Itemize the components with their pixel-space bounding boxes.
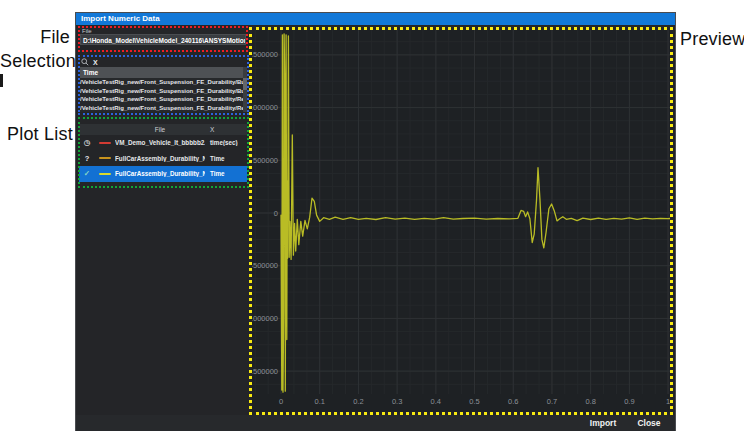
table-row[interactable]: ? FullCarAssembly_Durability_Nod... Time (79, 151, 247, 167)
signal-list-item[interactable]: /VehicleTestRig_new/Front_Suspension_FE_… (80, 78, 247, 87)
signal-list-selected-item[interactable]: Time (80, 67, 247, 78)
search-icon (81, 58, 89, 66)
svg-text:0.9: 0.9 (624, 397, 634, 406)
svg-text:0.8: 0.8 (585, 397, 595, 406)
close-button[interactable]: Close (631, 415, 667, 431)
signal-list-scrollbar[interactable] (243, 67, 247, 112)
pending-clock-icon: ◷ (84, 138, 91, 147)
svg-text:0.6: 0.6 (508, 397, 518, 406)
svg-text:-500000: -500000 (252, 261, 278, 270)
row-file-name: FullCarAssembly_Durability_Nod... (115, 170, 205, 177)
check-icon: ✓ (84, 169, 90, 178)
plot-table-header: File X (79, 124, 247, 135)
dialog-title: Import Numeric Data (81, 14, 160, 23)
svg-text:500000: 500000 (253, 156, 278, 165)
signal-list-item[interactable]: /VehicleTestRig_new/Front_Suspension_FE_… (80, 104, 247, 113)
annotation-callout-mark (0, 74, 3, 87)
row-x-channel: Time (205, 155, 247, 162)
table-row[interactable]: ✓ FullCarAssembly_Durability_Nod... Time (79, 166, 247, 182)
question-icon: ? (85, 154, 90, 163)
search-input[interactable]: X (93, 59, 98, 66)
dialog-titlebar[interactable]: Import Numeric Data (76, 13, 675, 25)
svg-text:0.2: 0.2 (353, 397, 363, 406)
annotation-plot-list: Plot List (7, 124, 73, 145)
row-x-channel: Time (205, 170, 247, 177)
screenshot-stage: File Selection Plot List Preview Import … (0, 0, 744, 448)
file-path-input[interactable]: D:\Honda_Model\VehicleModel_240116\ANSYS… (80, 34, 246, 45)
annotation-file-selection-line2: Selection (0, 51, 75, 72)
scrollbar-thumb[interactable] (243, 78, 247, 90)
file-column-header: File (115, 124, 205, 135)
series-color-swatch (99, 173, 111, 175)
import-numeric-data-dialog: Import Numeric Data File D:\Honda_Model\… (75, 12, 676, 431)
preview-chart-area[interactable]: 150000010000005000000-500000-1000000-150… (252, 30, 670, 412)
import-button[interactable]: Import (583, 415, 623, 431)
signal-list-item[interactable]: /VehicleTestRig_new/Front_Suspension_FE_… (80, 95, 247, 104)
svg-text:0.5: 0.5 (469, 397, 479, 406)
plot-list-table: File X ◷ VM_Demo_Vehicle_lt_bbbbb2.csv t… (79, 124, 247, 182)
signal-list: Time /VehicleTestRig_new/Front_Suspensio… (80, 67, 247, 112)
series-color-swatch (99, 142, 111, 144)
signal-search-row[interactable]: X (81, 57, 245, 67)
row-x-channel: time(sec) (205, 139, 247, 146)
svg-text:-1500000: -1500000 (252, 367, 278, 376)
swatch-column-header (95, 124, 115, 135)
dialog-button-bar: Import Close (76, 415, 675, 431)
x-column-header: X (205, 124, 247, 135)
svg-text:1500000: 1500000 (252, 50, 278, 59)
status-column-header (79, 124, 95, 135)
svg-text:0.7: 0.7 (547, 397, 557, 406)
svg-text:0.4: 0.4 (431, 397, 441, 406)
series-color-swatch (99, 157, 111, 159)
table-row[interactable]: ◷ VM_Demo_Vehicle_lt_bbbbb2.csv time(sec… (79, 135, 247, 151)
svg-text:0: 0 (274, 209, 278, 218)
svg-text:1000000: 1000000 (252, 103, 278, 112)
svg-text:-1000000: -1000000 (252, 314, 278, 323)
row-file-name: FullCarAssembly_Durability_Nod... (115, 155, 205, 162)
row-file-name: VM_Demo_Vehicle_lt_bbbbb2.csv (115, 139, 205, 146)
svg-text:1: 1 (666, 397, 670, 406)
svg-text:0.1: 0.1 (315, 397, 325, 406)
svg-text:0: 0 (279, 397, 283, 406)
annotation-file-selection-line1: File (0, 27, 70, 48)
signal-list-item[interactable]: /VehicleTestRig_new/Front_Suspension_FE_… (80, 87, 247, 96)
preview-chart[interactable]: 150000010000005000000-500000-1000000-150… (252, 30, 670, 412)
svg-text:0.3: 0.3 (392, 397, 402, 406)
annotation-preview: Preview (680, 29, 744, 50)
